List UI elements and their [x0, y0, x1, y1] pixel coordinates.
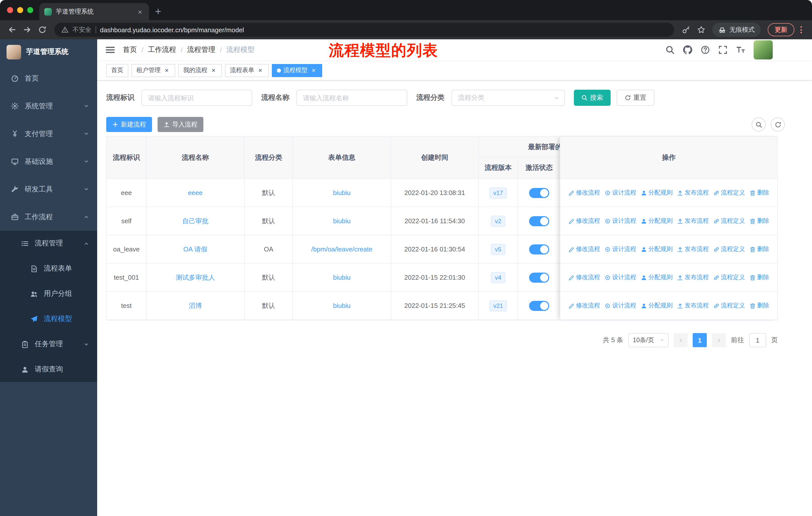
action-edit-process[interactable]: 修改流程 — [568, 273, 600, 282]
search-icon[interactable] — [666, 45, 674, 54]
sidebar-item-dev-tools[interactable]: 研发工具 — [0, 175, 97, 203]
action-design-process[interactable]: 设计流程 — [605, 301, 636, 310]
action-assign-rules[interactable]: 分配规则 — [641, 245, 672, 253]
sidebar-item-task-management[interactable]: 任务管理 — [0, 332, 97, 357]
next-page-button[interactable] — [712, 333, 726, 347]
action-publish-process[interactable]: 发布流程 — [677, 245, 709, 253]
bookmark-button[interactable] — [694, 23, 708, 37]
browser-tab[interactable]: 芋道管理系统 — [39, 3, 149, 20]
sidebar-item-system-management[interactable]: 系统管理 — [0, 92, 97, 120]
tag-process-form[interactable]: 流程表单 — [225, 64, 269, 77]
active-toggle[interactable] — [529, 216, 549, 226]
form-link[interactable]: biubiu — [333, 217, 350, 225]
goto-page-input[interactable] — [749, 333, 766, 347]
action-publish-process[interactable]: 发布流程 — [677, 273, 709, 282]
active-toggle[interactable] — [529, 301, 549, 311]
tag-my-process[interactable]: 我的流程 — [178, 64, 222, 77]
action-publish-process[interactable]: 发布流程 — [677, 188, 709, 197]
form-link[interactable]: biubiu — [333, 189, 350, 196]
tag-close-icon[interactable] — [310, 67, 317, 74]
action-process-definition[interactable]: 流程定义 — [713, 301, 745, 310]
action-design-process[interactable]: 设计流程 — [605, 217, 636, 225]
process-name-link[interactable]: 自己审批 — [182, 216, 208, 225]
action-delete[interactable]: 删除 — [750, 188, 769, 197]
forward-button[interactable] — [20, 23, 34, 37]
tag-close-icon[interactable] — [257, 67, 264, 74]
import-process-button[interactable]: 导入流程 — [157, 117, 203, 132]
action-edit-process[interactable]: 修改流程 — [568, 245, 600, 253]
action-design-process[interactable]: 设计流程 — [605, 188, 636, 197]
tag-process-model[interactable]: 流程模型 — [272, 64, 322, 77]
zoom-window-button[interactable] — [27, 7, 33, 13]
back-button[interactable] — [5, 23, 19, 37]
action-process-definition[interactable]: 流程定义 — [713, 217, 745, 225]
active-toggle[interactable] — [529, 188, 549, 198]
action-assign-rules[interactable]: 分配规则 — [641, 301, 672, 310]
sidebar-item-process-management[interactable]: 流程管理 — [0, 231, 97, 256]
process-name-link[interactable]: 滔博 — [189, 301, 202, 310]
process-category-select[interactable]: 流程分类 — [452, 90, 565, 106]
breadcrumb-item[interactable]: 工作流程 — [148, 45, 176, 54]
breadcrumb-item[interactable]: 首页 — [123, 45, 137, 54]
process-name-link[interactable]: eeee — [188, 189, 203, 196]
browser-update-button[interactable]: 更新 — [768, 23, 794, 36]
app-logo[interactable]: 芋道管理系统 — [0, 39, 97, 64]
page-1-button[interactable]: 1 — [693, 333, 707, 347]
form-link[interactable]: biubiu — [333, 302, 350, 309]
action-design-process[interactable]: 设计流程 — [605, 245, 636, 253]
tag-close-icon[interactable] — [210, 67, 217, 74]
action-publish-process[interactable]: 发布流程 — [677, 217, 709, 225]
sidebar-item-home[interactable]: 首页 — [0, 64, 97, 92]
refresh-table-button[interactable] — [771, 117, 785, 132]
form-link[interactable]: /bpm/oa/leave/create — [311, 245, 373, 253]
page-size-select[interactable]: 10条/页 — [628, 333, 669, 347]
action-delete[interactable]: 删除 — [750, 273, 769, 282]
process-id-input[interactable] — [141, 90, 252, 106]
address-bar[interactable]: 不安全 dashboard.yudao.iocoder.cn/bpm/manag… — [54, 23, 674, 37]
sidebar-item-payment-management[interactable]: 支付管理 — [0, 120, 97, 147]
action-design-process[interactable]: 设计流程 — [605, 273, 636, 282]
process-name-link[interactable]: OA 请假 — [183, 245, 207, 254]
action-edit-process[interactable]: 修改流程 — [568, 188, 600, 197]
action-process-definition[interactable]: 流程定义 — [713, 188, 745, 197]
toggle-search-button[interactable] — [752, 117, 766, 132]
active-toggle[interactable] — [529, 272, 549, 282]
create-process-button[interactable]: 新建流程 — [106, 117, 152, 132]
close-window-button[interactable] — [7, 7, 13, 13]
sidebar-item-process-model[interactable]: 流程模型 — [0, 306, 97, 332]
search-button[interactable]: 搜索 — [574, 90, 611, 106]
action-assign-rules[interactable]: 分配规则 — [641, 217, 672, 225]
github-icon[interactable] — [683, 45, 692, 54]
tab-close-icon[interactable] — [136, 7, 144, 16]
sidebar-item-user-group[interactable]: 用户分组 — [0, 281, 97, 306]
hamburger-icon[interactable] — [105, 45, 115, 55]
new-tab-button[interactable] — [155, 6, 161, 17]
avatar[interactable] — [754, 40, 773, 59]
action-delete[interactable]: 删除 — [750, 301, 769, 310]
tag-close-icon[interactable] — [163, 67, 170, 74]
action-process-definition[interactable]: 流程定义 — [713, 245, 745, 253]
action-edit-process[interactable]: 修改流程 — [568, 217, 600, 225]
tag-home[interactable]: 首页 — [106, 64, 128, 77]
process-name-input[interactable] — [296, 90, 407, 106]
active-toggle[interactable] — [529, 244, 549, 254]
action-assign-rules[interactable]: 分配规则 — [641, 273, 672, 282]
fullscreen-icon[interactable] — [718, 45, 727, 54]
action-assign-rules[interactable]: 分配规则 — [641, 188, 672, 197]
reload-button[interactable] — [35, 23, 49, 37]
action-delete[interactable]: 删除 — [750, 245, 769, 253]
form-link[interactable]: biubiu — [333, 274, 350, 281]
reset-button[interactable]: 重置 — [617, 90, 655, 106]
sidebar-item-infrastructure[interactable]: 基础设施 — [0, 147, 97, 175]
action-process-definition[interactable]: 流程定义 — [713, 273, 745, 282]
tag-tenant-management[interactable]: 租户管理 — [132, 64, 175, 77]
font-size-icon[interactable] — [736, 45, 745, 54]
sidebar-item-workflow[interactable]: 工作流程 — [0, 203, 97, 231]
sidebar-item-process-form[interactable]: 流程表单 — [0, 256, 97, 281]
action-publish-process[interactable]: 发布流程 — [677, 301, 709, 310]
help-icon[interactable] — [701, 45, 710, 54]
minimize-window-button[interactable] — [17, 7, 23, 13]
browser-menu-button[interactable] — [795, 26, 807, 33]
process-name-link[interactable]: 测试多审批人 — [176, 273, 215, 282]
breadcrumb-item[interactable]: 流程管理 — [187, 45, 215, 54]
